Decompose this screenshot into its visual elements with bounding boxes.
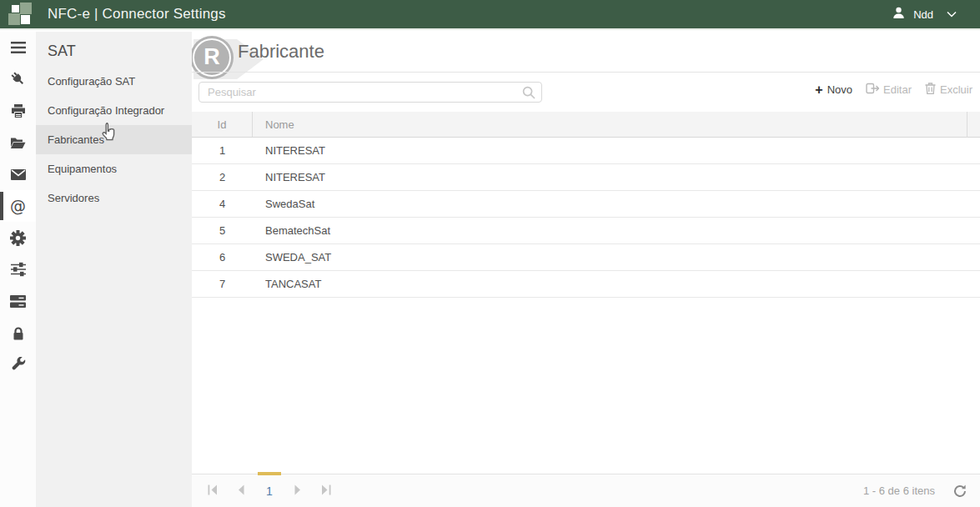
rail-item-files[interactable] (0, 127, 36, 158)
last-page-icon (321, 484, 331, 499)
rail-item-mail[interactable] (0, 158, 36, 190)
table-row[interactable]: 5 BematechSat (192, 218, 980, 244)
rail-item-printer[interactable] (0, 95, 36, 127)
cell-id: 1 (192, 144, 253, 157)
sidebar-item-equipamentos[interactable]: Equipamentos (36, 154, 192, 183)
grid-header: Id Nome (192, 112, 980, 138)
sidebar-item-label: Configuração SAT (48, 75, 135, 88)
title-bar: Fabricante (192, 32, 980, 73)
table-row[interactable]: 6 SWEDA_SAT (192, 244, 980, 271)
cell-id: 4 (192, 198, 253, 210)
sliders-icon (11, 262, 26, 277)
cell-nome: SWEDA_SAT (253, 251, 331, 264)
cell-id: 7 (192, 278, 253, 290)
rail-item-menu[interactable] (0, 32, 36, 63)
sidebar-item-servidores[interactable]: Servidores (36, 183, 192, 213)
table-row[interactable]: 4 SwedaSat (192, 191, 980, 218)
menu-icon (11, 42, 26, 53)
rail-item-parameters[interactable] (0, 254, 36, 285)
wrench-icon (11, 357, 26, 372)
prev-page-icon (238, 484, 244, 499)
cell-nome: NITERESAT (253, 144, 325, 157)
rail-item-tools[interactable] (0, 349, 36, 380)
sidebar-item-configuracao-integrador[interactable]: Configuração Integrador (36, 96, 192, 125)
sidebar-item-fabricantes[interactable]: Fabricantes (36, 125, 192, 154)
current-page-number: 1 (266, 484, 273, 498)
sidebar-item-label: Servidores (48, 192, 99, 204)
cell-nome: TANCASAT (253, 278, 321, 290)
sidebar-item-configuracao-sat[interactable]: Configuração SAT (36, 67, 192, 96)
toolbar-row: + Novo Editar (192, 73, 980, 112)
first-page-icon (208, 484, 218, 499)
sidebar-title: SAT (36, 32, 192, 67)
pager-right: 1 - 6 de 6 itens (863, 484, 980, 498)
lock-icon (11, 326, 26, 340)
main-content: R Fabricante + Novo (192, 32, 980, 507)
cell-id: 2 (192, 171, 253, 183)
user-name: Ndd (913, 8, 933, 21)
mail-icon (11, 169, 26, 180)
pager-page-1[interactable]: 1 (255, 474, 284, 507)
cell-id: 5 (192, 224, 253, 237)
pager-prev-button[interactable] (227, 474, 255, 507)
table-row[interactable]: 1 NITERESAT (192, 138, 980, 164)
next-page-icon (294, 484, 301, 499)
server-icon (10, 294, 26, 309)
chevron-down-icon (947, 11, 957, 18)
rail-item-email-settings[interactable]: @ (0, 190, 36, 222)
cell-nome: BematechSat (253, 224, 330, 237)
sidebar-item-label: Configuração Integrador (48, 104, 164, 117)
edit-button[interactable]: Editar (866, 83, 912, 97)
app-title: NFC-e | Connector Settings (48, 6, 226, 23)
pager-summary: 1 - 6 de 6 itens (863, 484, 935, 497)
rail-item-settings[interactable] (0, 222, 36, 254)
search-wrap (199, 82, 542, 103)
user-icon (892, 7, 905, 23)
gear-icon (10, 230, 26, 246)
pager-first-button[interactable] (199, 474, 227, 507)
rail-item-security[interactable] (0, 317, 36, 349)
rail-item-server[interactable] (0, 285, 36, 317)
search-input[interactable] (199, 82, 542, 103)
printer-icon (11, 104, 26, 118)
trash-icon (925, 83, 936, 97)
sidebar-item-label: Equipamentos (48, 163, 117, 175)
scrollbar-spacer (967, 112, 980, 138)
delete-button[interactable]: Excluir (925, 83, 972, 97)
new-button-label: Novo (827, 83, 852, 96)
pager: 1 1 - 6 de 6 itens (192, 474, 980, 507)
new-button[interactable]: + Novo (815, 83, 852, 97)
rail-item-connector[interactable] (0, 63, 36, 95)
search-icon[interactable] (522, 86, 535, 103)
sidebar-sat: SAT Configuração SAT Configuração Integr… (36, 32, 192, 507)
toolbar-buttons: + Novo Editar (815, 83, 972, 97)
delete-button-label: Excluir (940, 83, 972, 96)
fabricantes-grid: Id Nome 1 NITERESAT 2 NITERESAT 4 SwedaS… (192, 112, 980, 298)
column-header-nome[interactable]: Nome (253, 118, 294, 131)
pager-next-button[interactable] (284, 474, 312, 507)
sidebar-item-label: Fabricantes (48, 133, 104, 146)
app-logo-icon (8, 2, 36, 27)
plus-icon: + (815, 83, 822, 97)
folder-open-icon (10, 137, 26, 149)
plug-icon (10, 71, 27, 88)
table-row[interactable]: 7 TANCASAT (192, 271, 980, 298)
cell-nome: NITERESAT (253, 171, 325, 183)
at-sign-icon: @ (10, 198, 26, 214)
refresh-icon[interactable] (953, 484, 967, 498)
page-title: Fabricante (238, 41, 324, 63)
column-header-id[interactable]: Id (192, 112, 253, 137)
app-header: NFC-e | Connector Settings Ndd (0, 0, 980, 30)
edit-icon (866, 83, 879, 97)
table-row[interactable]: 2 NITERESAT (192, 164, 980, 191)
user-menu[interactable]: Ndd (892, 7, 980, 23)
cell-id: 6 (192, 251, 253, 264)
icon-rail: @ (0, 32, 36, 507)
pager-last-button[interactable] (312, 474, 340, 507)
cell-nome: SwedaSat (253, 198, 314, 210)
edit-button-label: Editar (883, 83, 912, 96)
